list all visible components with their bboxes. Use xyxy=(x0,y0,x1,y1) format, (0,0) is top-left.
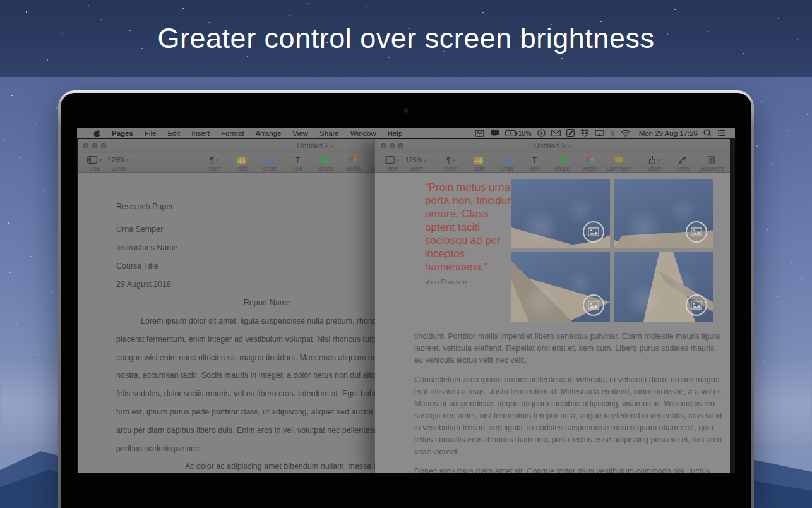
facetime-camera xyxy=(404,109,408,112)
table-button[interactable]: Table xyxy=(468,153,489,172)
app-menu-items: PagesFileEditInsertFormatArrangeViewShar… xyxy=(106,130,408,137)
menu-bar: PagesFileEditInsertFormatArrangeViewShar… xyxy=(77,128,735,138)
shape-button[interactable]: Shape xyxy=(314,153,336,172)
meta-line: Course Title xyxy=(116,257,418,275)
title-chevron-icon: ∨ xyxy=(331,143,335,149)
notification-center-icon[interactable] xyxy=(717,130,726,136)
notes-icon[interactable] xyxy=(566,129,575,137)
body-line: felis sodales, dolor sociis mauris, vel … xyxy=(116,385,418,403)
bluetooth-icon[interactable] xyxy=(610,130,615,137)
paragraph-icon: ¶ xyxy=(446,155,451,165)
airplay-icon[interactable] xyxy=(595,130,604,137)
menu-item[interactable]: Share xyxy=(314,130,345,137)
body-line: Lorem ipsum dolor sit amet, ligula suspe… xyxy=(116,312,418,330)
architecture-photo[interactable] xyxy=(614,252,713,322)
menu-item[interactable]: Edit xyxy=(162,130,186,137)
zoom-control[interactable]: 125%∨ Zoom xyxy=(108,153,129,172)
image-placeholder-icon[interactable] xyxy=(686,221,707,243)
macbook-screen: PagesFileEditInsertFormatArrangeViewShar… xyxy=(77,128,735,473)
menu-item[interactable]: Arrange xyxy=(249,130,287,137)
wifi-icon[interactable] xyxy=(621,130,631,137)
text-icon: T xyxy=(295,155,300,165)
paper-blockquote: Ac dolor ac adipiscing amet bibendum nul… xyxy=(116,457,418,473)
view-button[interactable]: ∨ View xyxy=(84,153,105,172)
search-icon[interactable] xyxy=(703,129,712,137)
body-line: nostra, accumsan taciti. Sociis mauris i… xyxy=(116,366,418,385)
document-icon xyxy=(708,156,715,164)
shape-button[interactable]: Shape xyxy=(551,153,573,172)
pages-window-untitled-5: Untitled 5∨ ∨ View 125%∨ Zoom xyxy=(374,138,731,473)
image-placeholder-icon[interactable] xyxy=(583,294,604,316)
image-placeholder-icon[interactable] xyxy=(583,221,604,243)
view-icon xyxy=(385,156,395,164)
menu-item[interactable]: Window xyxy=(345,130,382,137)
view-icon xyxy=(87,156,97,164)
activity-icon[interactable] xyxy=(475,130,484,137)
insert-button[interactable]: ¶∨ Insert xyxy=(203,153,225,172)
shape-icon xyxy=(321,156,329,164)
body-line: placerat fermentum, enim integer ad vest… xyxy=(116,330,418,349)
architecture-photo[interactable] xyxy=(511,179,610,248)
paragraph-icon: ¶ xyxy=(210,155,214,165)
share-icon xyxy=(648,155,656,164)
text-icon: T xyxy=(532,155,537,165)
window-title: Untitled 5∨ xyxy=(375,142,730,150)
document-paragraphs: tincidunt. Porttitor mollis imperdiet li… xyxy=(414,330,726,473)
menu-item[interactable]: Help xyxy=(382,130,409,137)
meta-line: Instructor's Name xyxy=(116,239,418,257)
text-button[interactable]: T Text xyxy=(523,153,545,172)
image-placeholder-icon[interactable] xyxy=(686,294,707,316)
image-grid xyxy=(511,179,713,322)
menu-item[interactable]: Insert xyxy=(186,130,215,137)
comment-button[interactable]: Comment xyxy=(607,153,630,172)
chart-button[interactable]: Chart xyxy=(259,153,280,172)
document-canvas[interactable]: “Proin metus urna porta non, tincidunt o… xyxy=(375,173,730,473)
zoom-control[interactable]: 125%∨ Zoom xyxy=(405,153,427,172)
format-button[interactable]: Format xyxy=(671,153,693,172)
table-button[interactable]: Table xyxy=(231,153,253,172)
menu-item[interactable]: Pages xyxy=(106,130,139,137)
menu-item[interactable]: File xyxy=(139,130,162,137)
menu-item[interactable]: View xyxy=(287,130,314,137)
media-button[interactable]: Media xyxy=(342,153,364,172)
document-button[interactable]: Document xyxy=(699,153,724,172)
dropbox-icon[interactable] xyxy=(580,129,589,137)
media-icon xyxy=(349,156,357,164)
body-line: arcu per diam dapibus libero duis. Enim … xyxy=(116,421,418,440)
media-button[interactable]: Media xyxy=(579,153,600,172)
view-button[interactable]: ∨ View xyxy=(381,153,403,172)
architecture-photo[interactable] xyxy=(614,179,713,248)
share-button[interactable]: ∨ Share xyxy=(643,153,665,172)
mail-icon[interactable] xyxy=(551,130,561,136)
pull-quote: “Proin metus urna porta non, tincidunt o… xyxy=(425,181,520,274)
chart-icon xyxy=(266,156,274,164)
apple-menu[interactable] xyxy=(87,129,106,138)
battery-menu[interactable]: 18% xyxy=(505,130,532,137)
body-line: tum est, ipsum purus pede porttitor clas… xyxy=(116,403,418,421)
report-title: Report Name xyxy=(116,294,418,312)
comment-icon xyxy=(615,157,623,164)
table-icon xyxy=(474,157,483,164)
text-button[interactable]: T Text xyxy=(287,153,308,172)
banner-stars xyxy=(0,0,1,1)
menu-clock[interactable]: Mon 29 Aug 17:26 xyxy=(639,130,698,137)
chart-button[interactable]: Chart xyxy=(496,153,517,172)
title-chevron-icon: ∨ xyxy=(568,143,571,149)
info-icon[interactable] xyxy=(537,129,546,137)
meta-line: Urna Semper xyxy=(116,221,418,239)
apple-icon xyxy=(93,129,100,138)
shape-icon xyxy=(558,156,566,164)
meta-line: 29 August 2016 xyxy=(116,275,418,294)
battery-icon xyxy=(505,130,518,136)
marketing-banner: Greater control over screen brightness xyxy=(0,0,812,77)
body-paragraph: tincidunt. Porttitor mollis imperdiet li… xyxy=(414,330,726,366)
macbook-bezel: PagesFileEditInsertFormatArrangeViewShar… xyxy=(61,93,751,508)
title-bar[interactable]: Untitled 5∨ xyxy=(375,139,730,153)
meta-line: Research Paper xyxy=(116,198,418,216)
architecture-photo[interactable] xyxy=(511,252,610,322)
quote-attribution: -Leo Praesen xyxy=(425,278,467,286)
body-line: congue wisi enim nunc ultricies sit, mag… xyxy=(116,349,418,367)
display-icon[interactable] xyxy=(490,130,499,137)
menu-item[interactable]: Format xyxy=(215,130,249,137)
insert-button[interactable]: ¶∨ Insert xyxy=(440,153,462,172)
